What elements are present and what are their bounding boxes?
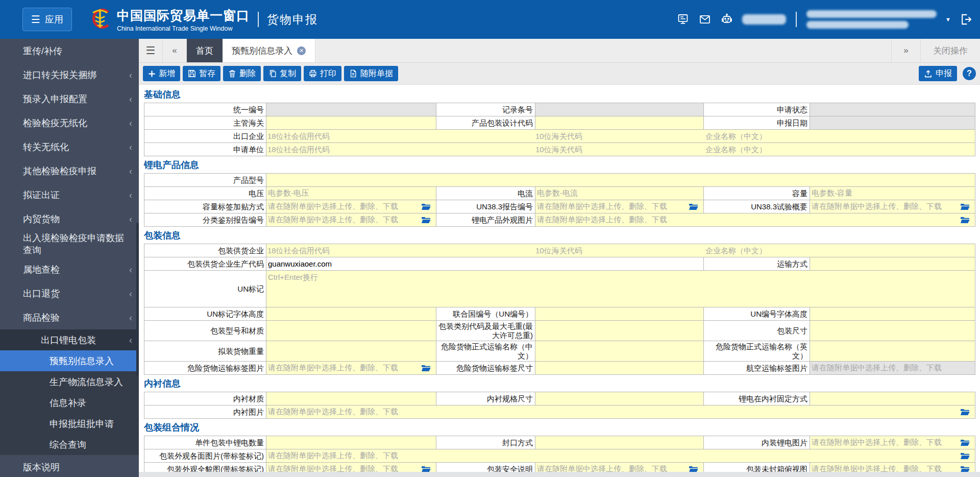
field-liner-spec-size[interactable] — [535, 392, 704, 406]
tab-home[interactable]: 首页 — [187, 39, 223, 62]
sidebar-item-declare-batch-apply[interactable]: 申报批组批申请 — [0, 413, 139, 434]
sidebar-scrollbar[interactable] — [136, 223, 139, 376]
sidebar-item-pre-screening-entry[interactable]: 预甄别信息录入 — [0, 350, 139, 371]
attach-folder-icon[interactable] — [689, 203, 698, 210]
delete-button[interactable]: 删除 — [223, 66, 261, 81]
field-un-mark[interactable]: Ctrl+Enter换行 — [266, 271, 975, 307]
scroll-tabs-left-icon[interactable]: « — [163, 39, 187, 62]
sidebar-item-pre-entry-config[interactable]: 预录入申报配置‹ — [0, 87, 139, 111]
copy-label: 复制 — [280, 68, 296, 79]
close-operations-button[interactable]: 关闭操作 — [921, 39, 980, 62]
field-liner-photo[interactable]: 请在随附单据中选择上传、删除、下载 — [266, 406, 975, 419]
attach-folder-icon[interactable] — [960, 452, 970, 460]
attach-folder-icon[interactable] — [421, 465, 431, 472]
field-package-exterior-side-photos[interactable]: 请在随附单据中选择上传、删除、下载 — [266, 449, 975, 463]
save-draft-button[interactable]: 暂存 — [183, 66, 220, 81]
attach-folder-icon[interactable] — [421, 216, 431, 224]
field-un383-test-summary[interactable]: 请在随附单据中选择上传、删除、下载 — [810, 200, 975, 213]
field-applicant-unit[interactable]: 18位社会信用代码10位海关代码企业名称（中文） — [266, 143, 975, 156]
tab-pre-screening-entry[interactable]: 预甄别信息录入 ✕ — [223, 39, 315, 62]
sidebar-item-ciq-paperless[interactable]: 检验检疫无纸化‹ — [0, 111, 139, 135]
print-button[interactable]: 打印 — [304, 66, 341, 81]
field-battery-appearance-photo[interactable]: 请在随附单据中选择上传、删除、下载 — [535, 213, 975, 227]
field-battery-fixing-in-liner[interactable] — [810, 392, 975, 406]
dropdown-caret[interactable]: ▼ — [945, 16, 951, 22]
field-package-supplier[interactable]: 18位社会信用代码10位海关代码企业名称（中文） — [266, 244, 975, 257]
field-dg-transport-label-size[interactable] — [535, 362, 704, 375]
field-liner-material[interactable] — [266, 392, 436, 406]
logout-icon[interactable] — [960, 13, 973, 26]
field-competent-customs[interactable] — [266, 116, 436, 130]
tab-close-icon[interactable]: ✕ — [297, 46, 306, 55]
field-un-number-font-height[interactable] — [810, 307, 975, 321]
attach-folder-icon[interactable] — [960, 408, 970, 416]
sidebar-item-ciq-apply-data-query[interactable]: 出入境检验检疫申请数据查询 — [0, 231, 139, 257]
table-row: 统一编号记录条号申请状态 — [144, 103, 975, 116]
field-capacity-label-method[interactable]: 请在随附单据中选择上传、删除、下载 — [266, 200, 436, 213]
field-package-class-code-max-weight[interactable] — [535, 321, 704, 341]
field-dg-proper-shipping-name-en[interactable] — [810, 341, 975, 362]
field-sealing-method[interactable] — [535, 436, 704, 449]
sidebar-item-production-logistics-entry[interactable]: 生产物流信息录入 — [0, 371, 139, 392]
sidebar-item-commodity-inspection[interactable]: 商品检验‹ — [0, 305, 139, 329]
field-package-size[interactable] — [810, 321, 975, 341]
attach-folder-icon[interactable] — [421, 203, 431, 210]
field-package-unsealed-top-view[interactable]: 请在随附单据中选择上传、删除、下载 — [810, 463, 975, 472]
sidebar-item-local-inspection[interactable]: 属地查检‹ — [0, 257, 139, 281]
add-button[interactable]: 新增 — [143, 66, 180, 81]
field-package-supplier-production-code[interactable]: guanwuxiaoer.com — [266, 257, 704, 271]
field-capacity[interactable]: 电参数-容量 — [810, 187, 975, 200]
sidebar: 重传/补传进口转关报关捆绑‹预录入申报配置‹检验检疫无纸化‹转关无纸化‹其他检验… — [0, 39, 139, 477]
field-product-model[interactable] — [266, 174, 975, 187]
field-package-safety-instruction[interactable]: 请在随附单据中选择上传、删除、下载 — [535, 463, 704, 472]
sidebar-item-label: 出入境检验检疫申请数据查询 — [23, 232, 126, 256]
sidebar-item-transit-paperless[interactable]: 转关无纸化‹ — [0, 135, 139, 159]
sidebar-item-domestic-goods[interactable]: 内贸货物‹ — [0, 207, 139, 231]
sidebar-item-export-li-battery-package[interactable]: 出口锂电包装‹ — [0, 329, 139, 350]
sidebar-item-other-ciq-declare[interactable]: 其他检验检疫申报‹ — [0, 159, 139, 183]
attach-folder-icon[interactable] — [960, 203, 970, 210]
apps-menu-button[interactable]: ☰ 应用 — [22, 8, 72, 31]
field-un-mark-font-height[interactable] — [266, 307, 436, 321]
sidebar-item-import-transit-binding[interactable]: 进口转关报关捆绑‹ — [0, 63, 139, 87]
sidebar-item-version-notes[interactable]: 版本说明 — [0, 455, 139, 477]
declare-button[interactable]: 申报 — [919, 66, 957, 81]
field-classification-report-no[interactable]: 请在随附单据中选择上传、删除、下载 — [266, 213, 436, 227]
attach-folder-icon[interactable] — [960, 465, 970, 472]
attach-folder-icon[interactable] — [960, 216, 970, 224]
monitor-icon[interactable] — [676, 13, 690, 26]
attached-documents-button[interactable]: 随附单据 — [344, 66, 398, 81]
sidebar-item-info-supplement[interactable]: 信息补录 — [0, 392, 139, 413]
field-current[interactable]: 电参数-电流 — [535, 187, 704, 200]
field-battery-qty-per-package[interactable] — [266, 436, 436, 449]
section-title-basic-info: 基础信息 — [144, 88, 975, 101]
attach-folder-icon[interactable] — [689, 465, 698, 472]
field-dg-transport-label-photo[interactable]: 请在随附单据中选择上传、删除、下载 — [266, 362, 436, 375]
chevron-left-icon: ‹ — [129, 165, 132, 177]
field-package-model-material[interactable] — [266, 321, 436, 341]
sidebar-item-re-transfer[interactable]: 重传/补传 — [0, 39, 139, 63]
field-product-package-design-code[interactable] — [535, 116, 704, 130]
robot-icon[interactable] — [720, 13, 733, 26]
tab-menu-icon[interactable]: ☰ — [139, 39, 163, 62]
field-package-exterior-full-photo[interactable]: 请在随附单据中选择上传、删除、下载 — [266, 463, 436, 472]
field-voltage[interactable]: 电参数-电压 — [266, 187, 436, 200]
toolbar-right: 申报 ? — [919, 66, 976, 81]
scroll-tabs-right-icon[interactable]: » — [891, 39, 921, 62]
sidebar-item-cert-issue[interactable]: 拟证出证‹ — [0, 183, 139, 207]
field-transport-mode[interactable] — [810, 257, 975, 271]
attach-folder-icon[interactable] — [960, 439, 970, 446]
field-un383-report-no[interactable]: 请在随附单据中选择上传、删除、下载 — [535, 200, 704, 213]
copy-button[interactable]: 复制 — [263, 66, 301, 81]
field-dg-proper-shipping-name-cn[interactable] — [535, 341, 704, 362]
field-placeholder: 请在随附单据中选择上传、删除、下载 — [268, 451, 398, 461]
attach-folder-icon[interactable] — [421, 364, 431, 372]
help-button[interactable]: ? — [963, 67, 976, 80]
sidebar-item-comprehensive-query[interactable]: 综合查询 — [0, 434, 139, 455]
sidebar-item-export-return[interactable]: 出口退货‹ — [0, 281, 139, 305]
mail-icon[interactable] — [698, 13, 712, 26]
field-un-number[interactable] — [535, 307, 704, 321]
field-proposed-cargo-weight[interactable] — [266, 341, 436, 362]
field-inner-battery-photo[interactable]: 请在随附单据中选择上传、删除、下载 — [810, 436, 975, 449]
field-export-enterprise[interactable]: 18位社会信用代码10位海关代码企业名称（中文） — [266, 130, 975, 143]
